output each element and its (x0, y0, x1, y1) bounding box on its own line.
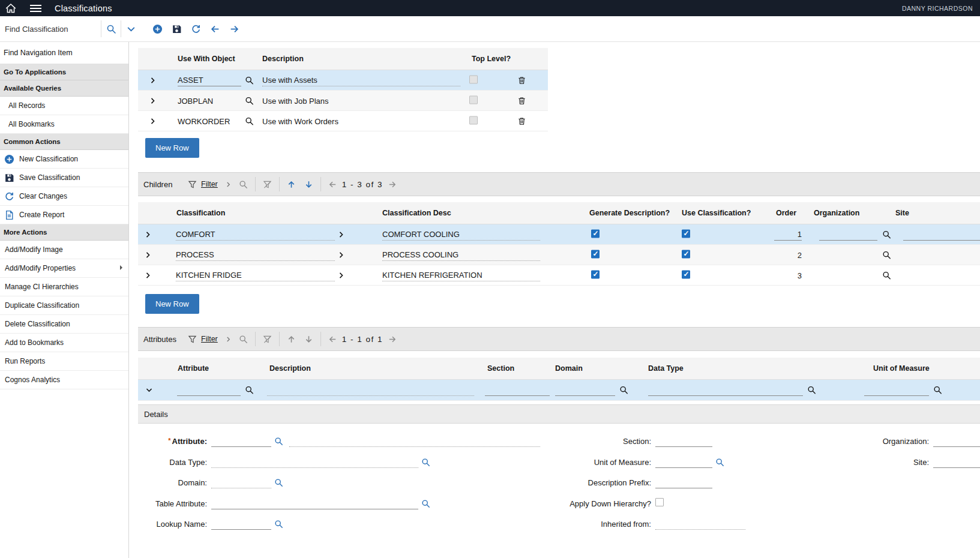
sidebar-item-duplicate-classification[interactable]: Duplicate Classification (0, 296, 128, 315)
top-level-checkbox[interactable] (469, 75, 478, 85)
search-icon[interactable] (245, 116, 254, 125)
object-cell[interactable]: JOBPLAN (178, 96, 213, 105)
description-input[interactable] (267, 384, 474, 396)
organization-field[interactable] (933, 436, 980, 447)
detail-chevron-icon[interactable] (337, 230, 345, 238)
unit-of-measure-input[interactable] (864, 384, 929, 396)
next-page-icon[interactable] (388, 180, 397, 189)
section-input[interactable] (485, 384, 550, 396)
search-icon[interactable] (274, 437, 283, 446)
search-icon[interactable] (882, 230, 891, 239)
top-level-checkbox[interactable] (469, 95, 478, 106)
classification-cell[interactable]: COMFORT (176, 229, 335, 241)
sidebar-item-add-modify-properties[interactable]: Add/Modify Properties (0, 259, 128, 278)
domain-field[interactable] (211, 477, 271, 488)
search-icon[interactable] (274, 478, 283, 487)
sidebar-item-create-report[interactable]: Create Report (0, 206, 128, 224)
domain-input[interactable] (555, 384, 615, 396)
description-prefix-field[interactable] (655, 477, 712, 488)
menu-icon[interactable] (30, 5, 41, 12)
sidebar-item-clear-changes[interactable]: Clear Changes (0, 187, 128, 206)
site-field[interactable] (933, 457, 980, 468)
use-with-row[interactable]: JOBPLAN Use with Job Plans (138, 91, 548, 111)
use-with-row[interactable]: WORKORDER Use with Work Orders (138, 111, 548, 131)
generate-description-checkbox[interactable] (591, 250, 600, 260)
expand-chevron-icon[interactable] (144, 271, 152, 279)
search-icon[interactable] (619, 386, 628, 395)
children-row[interactable]: PROCESS PROCESS COOLING 2 (138, 245, 980, 265)
sidebar-item-run-reports[interactable]: Run Reports (0, 352, 128, 371)
attribute-field[interactable] (211, 436, 271, 447)
clear-filter-icon[interactable] (263, 180, 272, 189)
new-record-icon[interactable] (148, 16, 167, 41)
search-icon[interactable] (933, 386, 942, 395)
attribute-input[interactable] (177, 384, 241, 396)
previous-page-icon[interactable] (328, 335, 337, 344)
clear-filter-icon[interactable] (263, 335, 272, 344)
expand-chevron-icon[interactable] (149, 117, 157, 125)
classification-desc-cell[interactable]: PROCESS COOLING (382, 249, 540, 261)
classification-cell[interactable]: PROCESS (176, 249, 335, 261)
expand-chevron-icon[interactable] (149, 97, 157, 104)
section-field[interactable] (655, 436, 712, 447)
expand-chevron-icon[interactable] (144, 230, 152, 238)
sidebar-item-new-classification[interactable]: New Classification (0, 150, 128, 169)
children-row[interactable]: COMFORT COMFORT COOLING 1 (138, 224, 980, 245)
search-icon[interactable] (239, 180, 248, 189)
children-row[interactable]: KITCHEN FRIDGE KITCHEN REFRIGERATION 3 (138, 265, 980, 286)
search-icon[interactable] (274, 520, 283, 529)
object-cell[interactable]: ASSET (178, 74, 241, 86)
search-icon[interactable] (245, 76, 254, 85)
top-level-checkbox[interactable] (469, 116, 478, 126)
generate-description-checkbox[interactable] (591, 270, 600, 280)
generate-description-checkbox[interactable] (591, 229, 600, 239)
use-with-row[interactable]: ASSET Use with Assets (138, 70, 548, 91)
chevron-down-icon[interactable] (121, 16, 140, 41)
data-type-input[interactable] (648, 384, 803, 396)
find-classification-input[interactable] (0, 16, 101, 41)
description-cell[interactable]: Use with Assets (262, 74, 460, 86)
search-icon[interactable] (882, 250, 891, 259)
search-icon[interactable] (245, 96, 254, 105)
apply-down-hierarchy-checkbox[interactable] (655, 498, 664, 509)
delete-row-icon[interactable] (517, 76, 526, 85)
search-icon[interactable] (101, 16, 121, 41)
find-navigation-item[interactable]: Find Navigation Item (0, 42, 128, 64)
delete-row-icon[interactable] (517, 96, 526, 105)
search-icon[interactable] (807, 386, 816, 395)
classification-desc-cell[interactable]: KITCHEN REFRIGERATION (382, 269, 540, 281)
data-type-field[interactable] (211, 457, 418, 468)
delete-row-icon[interactable] (517, 116, 526, 125)
sidebar-item-all-records[interactable]: All Records (0, 97, 128, 115)
lookup-name-field[interactable] (211, 518, 271, 530)
expand-chevron-icon[interactable] (144, 251, 152, 259)
site-cell[interactable] (903, 229, 980, 241)
move-down-icon[interactable] (304, 180, 313, 189)
chevron-right-icon[interactable] (225, 181, 232, 188)
classification-cell[interactable]: KITCHEN FRIDGE (176, 269, 335, 281)
use-classification-checkbox[interactable] (682, 270, 690, 280)
use-classification-checkbox[interactable] (682, 250, 690, 260)
order-cell[interactable]: 1 (774, 229, 802, 241)
clear-changes-icon[interactable] (186, 16, 205, 41)
previous-record-icon[interactable] (205, 16, 224, 41)
next-page-icon[interactable] (388, 335, 397, 344)
sidebar-item-cognos-analytics[interactable]: Cognos Analytics (0, 371, 128, 389)
previous-page-icon[interactable] (328, 180, 337, 189)
search-icon[interactable] (421, 458, 430, 467)
move-up-icon[interactable] (287, 180, 296, 189)
home-icon[interactable] (5, 3, 17, 13)
organization-cell[interactable] (819, 229, 877, 241)
table-attribute-field[interactable] (211, 498, 418, 509)
expand-chevron-icon[interactable] (149, 76, 157, 84)
detail-chevron-icon[interactable] (337, 251, 345, 259)
chevron-right-icon[interactable] (225, 336, 232, 343)
sidebar-item-add-to-bookmarks[interactable]: Add to Bookmarks (0, 334, 128, 352)
search-icon[interactable] (715, 458, 724, 467)
search-icon[interactable] (882, 271, 891, 280)
sidebar-item-save-classification[interactable]: Save Classification (0, 169, 128, 187)
object-cell[interactable]: WORKORDER (178, 116, 230, 125)
sidebar-item-manage-ci-hierarchies[interactable]: Manage CI Hierarchies (0, 278, 128, 296)
collapse-chevron-icon[interactable] (145, 386, 153, 394)
sidebar-item-add-modify-image[interactable]: Add/Modify Image (0, 241, 128, 259)
